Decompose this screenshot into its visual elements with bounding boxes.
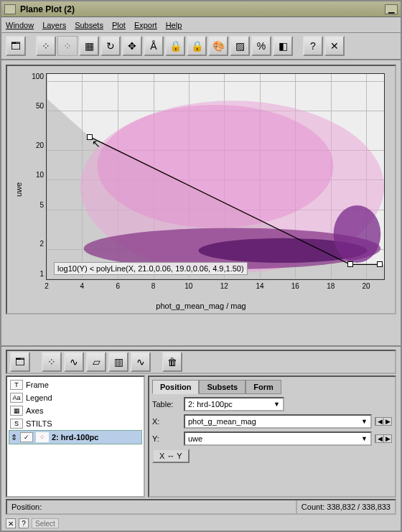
status-count: Count: 338,832 / 338,833 [297,503,395,511]
ytick: 100 [32,72,44,80]
percent-icon[interactable]: % [251,36,271,56]
ytick: 20 [36,141,44,149]
xtick: 2 [45,282,49,290]
main-toolbar: 🗔 ⁘ ⁘ ▦ ↻ ✥ Å 🔒 🔒 🎨 ▨ % ◧ ? ✕ [1,33,401,60]
svg-point-5 [334,205,381,263]
windows-icon[interactable]: 🗔 [6,36,26,56]
layer-link-icon[interactable]: ∿ [64,352,84,372]
cursor-icon: ↖ [92,138,100,149]
ytick: 10 [36,171,44,179]
grid-icon: ▦ [10,406,23,416]
tree-label: STILTS [26,419,52,428]
chevron-down-icon: ▼ [361,435,368,442]
x-label: X: [152,417,181,426]
table-label: Table: [152,400,181,409]
scatter-add-icon[interactable]: ⁘ [36,36,56,56]
window-title: Plane Plot (2) [20,4,75,14]
control-pane: 🗔 ⁘ ∿ ▱ ▥ ∿ 🗑 T Frame Aa Legend [1,345,401,498]
footer-close-icon[interactable]: ✕ [6,518,16,528]
titlebar[interactable]: Plane Plot (2) ▁ [1,1,401,17]
minimize-button[interactable]: ▁ [385,4,398,14]
help-icon[interactable]: ? [303,36,323,56]
x-value: phot_g_mean_mag [188,417,256,426]
plot-panel[interactable]: uwe phot_g_mean_mag / mag [6,65,396,314]
tab-form[interactable]: Form [246,380,281,394]
ytick: 50 [36,102,44,110]
layer-properties: Position Subsets Form Table: 2: hrd-100p… [148,375,396,498]
menu-plot[interactable]: Plot [112,21,126,29]
scatter-grey-icon: ⁘ [57,36,78,56]
layer-scatter-icon[interactable]: ⁘ [42,352,62,372]
polyline-handle-2[interactable] [347,261,353,267]
y-value: uwe [188,434,202,443]
color-icon[interactable]: ◧ [273,36,293,56]
status-position: Position: [7,500,297,513]
y-stepper[interactable]: ◀▶ [375,434,392,443]
select-button: Select [32,518,59,528]
svg-point-2 [98,105,334,228]
xtick: 14 [256,282,263,290]
menu-layers[interactable]: Layers [42,21,66,29]
y-axis-label: uwe [14,182,23,197]
tree-axes[interactable]: ▦ Axes [9,404,142,417]
app-window: Plane Plot (2) ▁ Window Layers Subsets P… [0,0,402,532]
tab-subsets[interactable]: Subsets [199,380,246,394]
lock2-icon[interactable]: 🔒 [187,36,207,56]
chevron-down-icon: ▼ [274,401,280,408]
density-icon[interactable]: ▨ [230,36,250,56]
chevron-down-icon: ▼ [361,418,368,425]
polyline-handle-3[interactable] [377,261,383,267]
measure-icon[interactable]: Å [144,36,164,56]
points-icon: ⁘ [36,432,49,442]
polyline-formula: log10(Y) < polyLine(X, 21.0,0.06, 19.0,0… [54,262,248,275]
palette-icon[interactable]: 🎨 [208,36,228,56]
menu-window[interactable]: Window [6,21,34,29]
drag-handle-icon[interactable]: ⇕ [11,433,17,442]
stilts-icon: S [10,419,23,429]
tree-frame[interactable]: T Frame [9,378,142,391]
table-select[interactable]: 2: hrd-100pc ▼ [184,397,284,411]
menu-export[interactable]: Export [134,21,157,29]
layer-toolbar: 🗔 ⁘ ∿ ▱ ▥ ∿ 🗑 [6,350,396,374]
layer-tree[interactable]: T Frame Aa Legend ▦ Axes S STILTS [6,375,145,498]
xtick: 12 [220,282,228,290]
statusbar: Position: Count: 338,832 / 338,833 [6,499,396,515]
layer-windows-icon[interactable]: 🗔 [10,352,30,372]
delete-icon[interactable]: 🗑 [162,352,182,372]
system-menu-icon[interactable] [4,4,16,14]
tab-position[interactable]: Position [152,380,199,394]
lock1-icon[interactable]: 🔒 [165,36,185,56]
x-stepper[interactable]: ◀▶ [375,417,392,426]
refresh-icon[interactable]: ↻ [100,36,121,56]
xtick: 8 [151,282,156,290]
title-icon: T [10,380,23,390]
swap-xy-button[interactable]: X ↔ Y [152,449,190,463]
footer-help-icon[interactable]: ? [19,518,29,528]
ytick: 1 [39,269,44,277]
layer-polygon-icon[interactable]: ▱ [86,352,106,372]
region-icon[interactable]: ▦ [79,36,99,56]
tree-layer-hrd[interactable]: ⇕ ✓ ⁘ 2: hrd-100pc [9,430,142,444]
menu-subsets[interactable]: Subsets [75,21,103,29]
checkbox-icon[interactable]: ✓ [20,432,33,442]
ytick: 2 [39,240,44,248]
tree-stilts[interactable]: S STILTS [9,417,142,430]
layer-histogram-icon[interactable]: ▥ [108,352,128,372]
y-field[interactable]: uwe ▼ [184,431,372,446]
plot-canvas[interactable]: ↖ log10(Y) < polyLine(X, 21.0,0.06, 19.0… [46,73,385,280]
tree-legend[interactable]: Aa Legend [9,391,142,404]
xtick: 16 [291,282,299,290]
layer-function-icon[interactable]: ∿ [131,352,151,372]
xtick: 18 [327,282,335,290]
pan-icon[interactable]: ✥ [122,36,142,56]
footer: ✕ ? Select [1,516,401,531]
shaded-region [47,74,384,279]
menu-help[interactable]: Help [166,21,182,29]
menubar: Window Layers Subsets Plot Export Help [1,17,401,33]
property-tabs: Position Subsets Form [152,380,392,394]
select-label: Select [35,520,55,528]
close-icon[interactable]: ✕ [324,36,345,56]
x-field[interactable]: phot_g_mean_mag ▼ [184,414,372,429]
plot-area: uwe phot_g_mean_mag / mag [1,60,401,345]
legend-icon: Aa [10,393,23,403]
